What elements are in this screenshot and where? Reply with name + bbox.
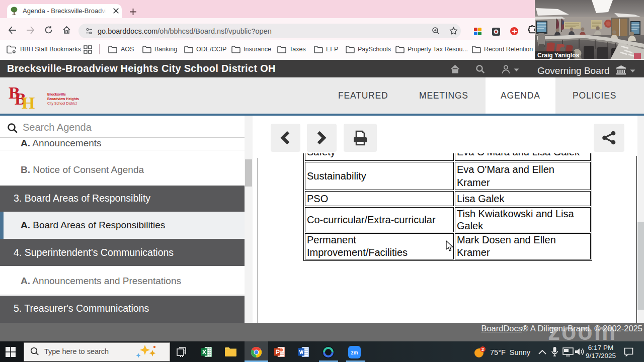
svg-text:City School District: City School District <box>47 102 77 106</box>
svg-text:2: 2 <box>481 347 484 352</box>
svg-text:Broadview Heights: Broadview Heights <box>47 97 79 101</box>
svg-text:H: H <box>22 94 35 110</box>
svg-text:Brecksville: Brecksville <box>47 93 66 96</box>
svg-text:zm: zm <box>351 350 358 355</box>
svg-text:Craig Yaniglos: Craig Yaniglos <box>537 52 579 59</box>
